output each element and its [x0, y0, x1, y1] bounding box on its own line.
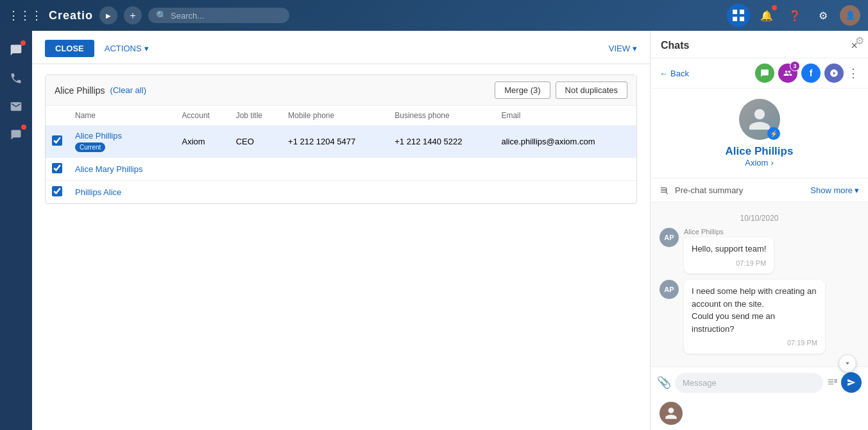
summary-icon: [660, 185, 670, 195]
apps-button[interactable]: [727, 4, 750, 27]
help-icon: ❓: [788, 10, 801, 22]
contact-avatar-wrap: ⚡: [739, 99, 780, 140]
rail-email-icon[interactable]: [3, 94, 29, 119]
attach-button[interactable]: 📎: [657, 375, 671, 390]
table-row: Alice Phillips Current Axiom CEO +1 212 …: [46, 126, 636, 158]
row-jobtitle-1: CEO: [230, 126, 282, 158]
chevron-right-icon: ›: [770, 158, 773, 168]
message-input[interactable]: [675, 373, 823, 393]
pre-chat-label: Pre-chat summary: [675, 185, 743, 195]
msg-bubble-1: Hello, support team! 07:19 PM: [684, 237, 774, 273]
rail-chat-icon[interactable]: [3, 37, 29, 63]
row-check-3[interactable]: [46, 181, 69, 204]
contact-info: ⚡ Alice Phillips Axiom ›: [651, 89, 868, 178]
sender-avatar-2: AP: [660, 280, 679, 299]
checkbox-2[interactable]: [52, 163, 62, 173]
company-link[interactable]: Axiom: [745, 158, 768, 168]
chat-header: Chats ×: [651, 31, 868, 58]
clear-all-link[interactable]: (Clear all): [110, 85, 146, 95]
row-business-3: [388, 181, 495, 204]
row-business-1: +1 212 1440 5222: [388, 126, 495, 158]
bell-icon: 🔔: [760, 10, 773, 22]
chat-title: Chats: [661, 40, 689, 51]
play-button[interactable]: ▶: [99, 6, 117, 24]
help-button[interactable]: ❓: [783, 4, 806, 27]
rail-phone-icon[interactable]: [3, 65, 29, 91]
dup-action-buttons: Merge (3) Not duplicates: [495, 82, 627, 99]
user-avatar[interactable]: 👤: [840, 5, 860, 26]
avatar-messenger-badge: ⚡: [767, 127, 780, 140]
message-row-1: AP Alice Phillips Hello, support team! 0…: [660, 228, 859, 273]
checkbox-1[interactable]: [52, 135, 62, 146]
dup-group-header: Alice Phillips (Clear all) Merge (3) Not…: [46, 75, 636, 106]
channel-icon-facebook[interactable]: f: [801, 64, 821, 83]
date-separator: 10/10/2020: [660, 214, 859, 223]
checkbox-3[interactable]: [52, 186, 62, 196]
row-email-3: [495, 181, 636, 204]
send-button[interactable]: [841, 372, 862, 393]
merge-button[interactable]: Merge (3): [495, 82, 550, 99]
channel-more-button[interactable]: ⋮: [847, 66, 859, 80]
table-row: Phillips Alice: [46, 181, 636, 204]
main-panel: CLOSE ACTIONS ▾ VIEW ▾ Alice Phillips: [32, 31, 650, 430]
send-icon: [847, 378, 856, 387]
row-mobile-3: [282, 181, 388, 204]
grid-icon[interactable]: ⋮⋮⋮: [8, 8, 42, 22]
channel-icon-green[interactable]: [755, 64, 774, 83]
format-button[interactable]: [827, 377, 837, 389]
msg-bubble-2: I need some help with creating an accoun…: [684, 280, 825, 354]
scroll-bottom-button[interactable]: [838, 354, 856, 372]
msg-time-1: 07:19 PM: [692, 258, 766, 269]
col-job-title: Job title: [230, 106, 282, 126]
chevron-down-icon-3: ▾: [855, 185, 859, 195]
search-icon: 🔍: [156, 10, 167, 21]
msg-content-2: I need some help with creating an accoun…: [684, 280, 825, 354]
row-name-2: Alice Mary Phillips: [69, 158, 176, 181]
row-mobile-1: +1 212 1204 5477: [282, 126, 388, 158]
channel-icon-purple[interactable]: 3: [778, 64, 797, 83]
view-button[interactable]: VIEW ▾: [609, 44, 637, 53]
show-more-link[interactable]: Show more ▾: [810, 185, 859, 195]
chevron-down-icon-2: ▾: [633, 44, 637, 53]
back-button[interactable]: ← Back: [660, 69, 689, 78]
row-email-1: alice.phillips@axiom.com: [495, 126, 636, 158]
panel-header: CLOSE ACTIONS ▾ VIEW ▾: [32, 31, 650, 64]
svg-rect-3: [740, 17, 744, 21]
row-check-2[interactable]: [46, 158, 69, 181]
icon-rail: [0, 31, 32, 430]
settings-button[interactable]: ⚙: [812, 4, 835, 27]
agent-avatar[interactable]: [660, 402, 683, 425]
contact-name[interactable]: Alice Phillips: [726, 145, 794, 158]
close-button[interactable]: CLOSE: [45, 40, 94, 57]
row-check-1[interactable]: [46, 126, 69, 158]
not-duplicates-button[interactable]: Not duplicates: [556, 82, 627, 99]
back-arrow-icon: ←: [660, 69, 668, 78]
search-input[interactable]: [171, 11, 273, 21]
search-bar[interactable]: 🔍: [148, 8, 289, 23]
contact-link-1[interactable]: Alice Phillips: [75, 131, 122, 141]
scroll-down-icon: [843, 359, 852, 368]
bell-badge: [772, 5, 777, 10]
chat-messages[interactable]: 10/10/2020 AP Alice Phillips Hello, supp…: [651, 202, 868, 366]
channel-icons: 3 f ⋮: [755, 64, 859, 83]
svg-rect-2: [733, 17, 737, 21]
row-name-3: Phillips Alice: [69, 181, 176, 204]
table-row: Alice Mary Phillips: [46, 158, 636, 181]
chat-settings-icon[interactable]: ⚙: [855, 35, 864, 47]
col-checkbox: [46, 106, 69, 126]
contact-link-3[interactable]: Phillips Alice: [75, 187, 121, 197]
actions-button[interactable]: ACTIONS ▾: [105, 44, 149, 53]
row-email-2: [495, 158, 636, 181]
sender-name-1: Alice Phillips: [684, 228, 774, 236]
main-layout: CLOSE ACTIONS ▾ VIEW ▾ Alice Phillips: [0, 31, 868, 430]
row-jobtitle-3: [230, 181, 282, 204]
row-jobtitle-2: [230, 158, 282, 181]
add-button[interactable]: ＋: [124, 6, 142, 24]
row-name-1: Alice Phillips Current: [69, 126, 176, 158]
chat-input-area: 📎: [651, 366, 868, 398]
bell-button[interactable]: 🔔: [755, 4, 778, 27]
duplicates-section: Alice Phillips (Clear all) Merge (3) Not…: [45, 74, 637, 204]
rail-message-icon[interactable]: [3, 122, 29, 148]
contact-link-2[interactable]: Alice Mary Phillips: [75, 164, 142, 174]
channel-icon-other[interactable]: [824, 64, 844, 83]
